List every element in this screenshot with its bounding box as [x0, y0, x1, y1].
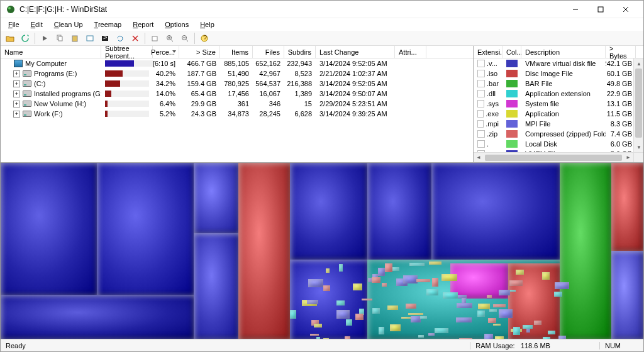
tree-col-subdirs[interactable]: Subdirs — [284, 46, 316, 58]
tree-col-subtreepercent[interactable]: Subtree Percent... — [101, 46, 153, 58]
tree-col-perce[interactable]: Perce... — [153, 46, 179, 58]
treemap-block[interactable] — [367, 163, 431, 260]
treemap-block[interactable] — [406, 304, 416, 309]
scroll-right-arrow[interactable]: ► — [623, 153, 633, 163]
ext-col[interactable]: > Bytes — [606, 46, 636, 58]
ext-row[interactable]: .dllApplication extension22.9 GB — [474, 89, 643, 99]
treemap-block[interactable] — [418, 335, 424, 338]
tree-col-size[interactable]: > Size — [179, 46, 220, 58]
treemap-block[interactable] — [548, 331, 555, 334]
tree-body[interactable]: My Computer[6:10 s]466.7 GB885,105652,16… — [1, 58, 473, 162]
treemap-block[interactable] — [499, 309, 513, 317]
explorer-button[interactable] — [83, 32, 97, 45]
ext-row[interactable]: .sysSystem file13.1 GB — [474, 99, 643, 109]
treemap-block[interactable] — [238, 163, 290, 339]
treemap-block[interactable] — [499, 290, 510, 295]
scroll-down-arrow[interactable]: ▼ — [634, 142, 643, 152]
treemap-view[interactable] — [1, 163, 643, 339]
treemap-block[interactable] — [560, 163, 611, 339]
menu-options[interactable]: Options — [160, 19, 194, 30]
scroll-hthumb[interactable] — [485, 155, 622, 161]
treemap-block[interactable] — [97, 163, 193, 295]
treemap-block[interactable] — [355, 314, 364, 320]
treemap-block[interactable] — [431, 163, 560, 260]
tree-row[interactable]: My Computer[6:10 s]466.7 GB885,105652,16… — [1, 58, 473, 69]
tree-row[interactable]: +New Volume (H:)6.4%29.9 GB361346152/29/… — [1, 99, 473, 109]
delete-button[interactable] — [128, 32, 142, 45]
ext-col[interactable]: Description — [521, 46, 606, 58]
treemap-block[interactable] — [316, 337, 320, 339]
treemap-block[interactable] — [495, 336, 504, 339]
treemap-block[interactable] — [403, 275, 418, 283]
ext-row[interactable]: .barBAR File49.8 GB — [474, 79, 643, 89]
treemap-block[interactable] — [420, 316, 427, 319]
treemap-block[interactable] — [1, 163, 97, 295]
treemap-block[interactable] — [326, 268, 330, 273]
scroll-thumb[interactable] — [635, 69, 642, 138]
treemap-block[interactable] — [323, 338, 329, 339]
ext-row[interactable]: .isoDisc Image File60.1 GB — [474, 69, 643, 79]
treemap-block[interactable] — [379, 327, 385, 334]
menu-help[interactable]: Help — [195, 19, 219, 30]
treemap-block[interactable] — [314, 324, 321, 327]
scroll-left-arrow[interactable]: ◄ — [474, 153, 484, 163]
treemap-block[interactable] — [426, 289, 438, 295]
treemap-block[interactable] — [387, 305, 398, 309]
treemap-block[interactable] — [307, 300, 318, 304]
treemap-block[interactable] — [456, 317, 472, 322]
treemap-block[interactable] — [554, 292, 562, 297]
treemap-block[interactable] — [558, 336, 566, 339]
treemap-block[interactable] — [555, 282, 569, 289]
treemap-block[interactable] — [378, 268, 385, 276]
expand-icon[interactable]: + — [13, 80, 20, 87]
treemap-block[interactable] — [336, 300, 345, 305]
treemap-block[interactable] — [493, 304, 506, 307]
expand-icon[interactable]: + — [13, 101, 20, 107]
treemap-block[interactable] — [523, 325, 533, 328]
treemap-block[interactable] — [308, 279, 323, 287]
refresh2-button[interactable] — [113, 32, 127, 45]
treemap-block[interactable] — [290, 163, 367, 260]
treemap-block[interactable] — [489, 309, 497, 312]
ext-row[interactable]: .v...VMEM File5.0 GB — [474, 149, 643, 152]
copy-button[interactable] — [53, 32, 67, 45]
treemap-block[interactable] — [385, 263, 392, 272]
treemap-block[interactable] — [516, 270, 524, 275]
ext-row[interactable]: .v...VMware virtual disk file242.1 GB — [474, 58, 643, 69]
ext-row[interactable]: .Local Disk6.0 GB — [474, 139, 643, 149]
tree-col-files[interactable]: Files — [253, 46, 284, 58]
tree-row[interactable]: +(C:)34.2%159.4 GB780,925564,537216,3883… — [1, 79, 473, 89]
treemap-block[interactable] — [409, 263, 425, 266]
menu-report[interactable]: Report — [128, 19, 158, 30]
tree-row[interactable]: +Work (F:)5.2%24.3 GB34,87328,2456,6283/… — [1, 109, 473, 119]
treemap-block[interactable] — [372, 277, 380, 283]
treemap-block[interactable] — [534, 321, 541, 325]
treemap-block[interactable] — [488, 318, 496, 323]
treemap-block[interactable] — [382, 283, 387, 287]
tree-col-lastchange[interactable]: Last Change — [316, 46, 395, 58]
menu-edit[interactable]: Edit — [26, 19, 48, 30]
treemap-block[interactable] — [408, 313, 423, 316]
ext-col[interactable]: Extensi... — [474, 46, 502, 58]
treemap-block[interactable] — [432, 278, 438, 286]
tree-row[interactable]: +Programs (E:)40.2%187.7 GB51,49042,9678… — [1, 69, 473, 79]
paste-button[interactable] — [68, 32, 82, 45]
maximize-button[interactable] — [588, 1, 613, 18]
treemap-block[interactable] — [362, 299, 372, 301]
treemap-block[interactable] — [336, 310, 350, 318]
menu-file[interactable]: File — [3, 19, 25, 30]
treemap-block[interactable] — [429, 261, 441, 265]
help-button[interactable]: ? — [197, 32, 211, 45]
treemap-block[interactable] — [513, 327, 520, 335]
tree-col-name[interactable]: Name — [1, 46, 101, 58]
play-button[interactable] — [38, 32, 52, 45]
treemap-block[interactable] — [345, 336, 350, 339]
tree-col-attri[interactable]: Attri... — [395, 46, 426, 58]
zoom-out-button[interactable] — [178, 32, 192, 45]
ext-scrollbar[interactable]: ▲ ▼ — [633, 58, 643, 152]
treemap-block[interactable] — [290, 310, 296, 319]
treemap-block[interactable] — [459, 338, 473, 339]
treemap-block[interactable] — [339, 264, 343, 272]
ext-hscrollbar[interactable]: ◄ ► — [474, 152, 643, 162]
treemap-block[interactable] — [401, 317, 411, 319]
